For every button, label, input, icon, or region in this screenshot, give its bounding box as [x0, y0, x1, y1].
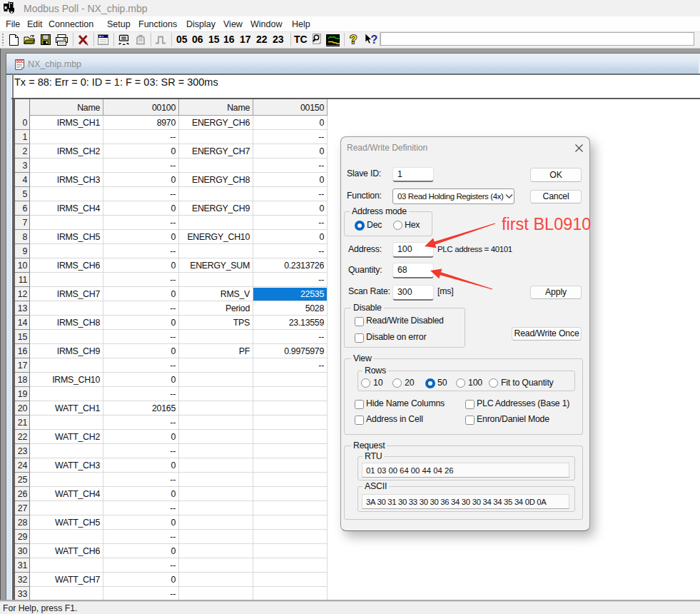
svg-text:DOC: DOC	[16, 60, 24, 64]
svg-text:?: ?	[371, 34, 378, 46]
svg-text:?: ?	[350, 33, 357, 46]
